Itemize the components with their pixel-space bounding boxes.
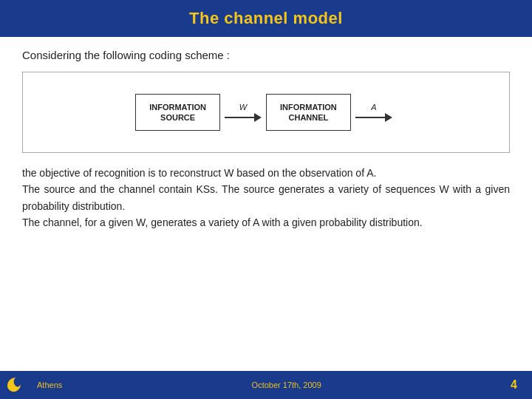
diagram: INFORMATION SOURCE W INFORMATION CHANNEL…: [135, 94, 397, 132]
diagram-container: INFORMATION SOURCE W INFORMATION CHANNEL…: [22, 72, 510, 153]
content-area: Considering the following coding scheme …: [0, 37, 532, 399]
title-bar: The channel model: [0, 0, 532, 37]
arrowhead: [254, 113, 262, 122]
footer-page: 4: [511, 378, 517, 392]
w-label: W: [239, 103, 247, 112]
info-source-box: INFORMATION SOURCE: [135, 94, 220, 132]
subtitle: Considering the following coding scheme …: [22, 49, 510, 61]
arrow-line-body: [225, 117, 254, 118]
arrowhead-2: [385, 113, 392, 122]
footer-date: October 17th, 2009: [62, 381, 511, 389]
footer: Athens October 17th, 2009 4: [0, 371, 532, 399]
footer-location: Athens: [37, 381, 62, 389]
a-label: A: [371, 103, 376, 112]
body-text: the objective of recognition is to recon…: [22, 165, 510, 231]
arrow-graphic-2: [355, 113, 392, 122]
slide-title: The channel model: [15, 9, 517, 28]
arrow-line-body-2: [355, 117, 385, 118]
a-arrow: A: [355, 103, 392, 122]
slide: The channel model Considering the follow…: [0, 0, 532, 399]
moon-icon: [6, 374, 27, 395]
arrow-graphic: [225, 113, 262, 122]
w-arrow: W: [225, 103, 262, 122]
info-channel-box: INFORMATION CHANNEL: [266, 94, 351, 132]
